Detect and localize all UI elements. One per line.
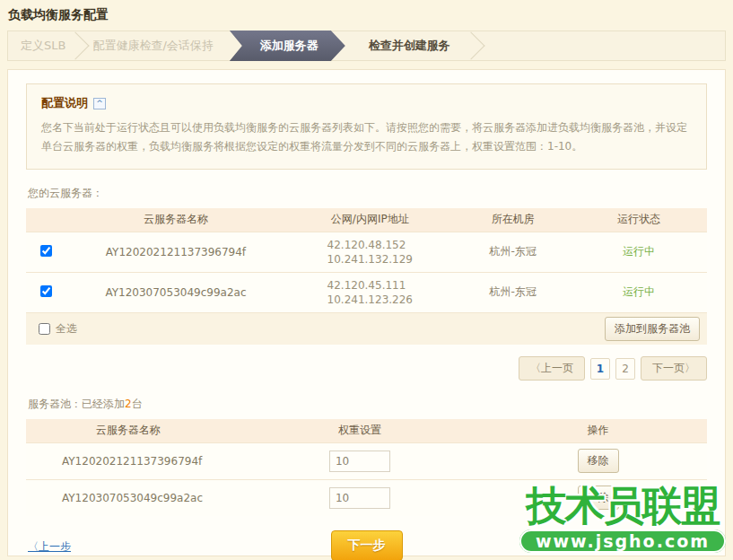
pool-table-header: 云服务器名称 权重设置 操作 <box>26 419 707 442</box>
watermark-url: www.jsgho.com <box>519 529 726 553</box>
server-ips: 42.120.48.152 10.241.132.129 <box>327 238 413 267</box>
server-name: AY120307053049c99a2ac <box>67 272 285 312</box>
server-status: 运行中 <box>571 272 707 312</box>
remove-button[interactable]: 移除 <box>578 449 619 473</box>
servers-table: 云服务器名称 公网/内网IP地址 所在机房 运行状态 AY12020212113… <box>26 208 707 345</box>
collapse-icon[interactable]: ^ <box>93 98 106 109</box>
chevron-right-icon <box>62 31 90 59</box>
step-health-check: 配置健康检查/会话保持 <box>80 38 225 54</box>
select-all-checkbox[interactable] <box>39 323 50 335</box>
select-all-label: 全选 <box>56 321 77 337</box>
col-action: 操作 <box>489 419 707 442</box>
prev-page-button[interactable]: 〈上一页 <box>519 356 585 381</box>
col-status: 运行状态 <box>571 208 707 232</box>
server-name: AY120202121137396794f <box>67 232 285 272</box>
pagination: 〈上一页 1 2 下一页〉 <box>26 356 707 381</box>
notice-title: 配置说明 <box>41 95 88 111</box>
server-row-checkbox[interactable] <box>40 245 52 257</box>
watermark-title: 技术员联盟 <box>519 485 726 528</box>
notice-body: 您名下当前处于运行状态且可以使用负载均衡服务的云服务器列表如下。请按照您的需要，… <box>41 118 692 156</box>
col-ip: 公网/内网IP地址 <box>284 208 455 232</box>
weight-input[interactable] <box>329 487 390 509</box>
weight-input[interactable] <box>329 451 390 472</box>
col-server-name: 云服务器名称 <box>67 208 285 232</box>
pool-count: 2 <box>125 398 132 410</box>
col-pool-server-name: 云服务器名称 <box>26 419 231 442</box>
page-number-1[interactable]: 1 <box>590 358 610 380</box>
servers-table-header: 云服务器名称 公网/内网IP地址 所在机房 运行状态 <box>26 208 707 232</box>
col-datacenter: 所在机房 <box>455 208 571 232</box>
next-page-button[interactable]: 下一页〉 <box>641 356 707 381</box>
step-add-server-active: 添加服务器 <box>230 31 345 61</box>
notice-box: 配置说明 ^ 您名下当前处于运行状态且可以使用负载均衡服务的云服务器列表如下。请… <box>26 83 707 170</box>
pool-server-name: AY120202121137396794f <box>26 442 231 479</box>
pool-server-name: AY120307053049c99a2ac <box>26 479 231 516</box>
server-ips: 42.120.45.111 10.241.123.226 <box>327 278 413 307</box>
page-number-2[interactable]: 2 <box>615 358 635 380</box>
server-row: AY120307053049c99a2ac 42.120.45.111 10.2… <box>26 272 707 312</box>
add-to-pool-button[interactable]: 添加到服务器池 <box>605 317 700 341</box>
server-status: 运行中 <box>571 232 707 272</box>
pool-row: AY120202121137396794f 移除 <box>26 442 707 479</box>
back-step-link[interactable]: 〈上一步 <box>28 539 71 555</box>
wizard-steps-bar: 定义SLB 配置健康检查/会话保持 添加服务器 检查并创建服务 <box>7 31 726 61</box>
select-all[interactable]: 全选 <box>39 321 77 337</box>
pool-section-label: 服务器池：已经添加2台 <box>28 397 707 412</box>
step-review-create: 检查并创建服务 <box>345 38 474 54</box>
server-row: AY120202121137396794f 42.120.48.152 10.2… <box>26 232 707 272</box>
public-ip: 42.120.45.111 <box>327 279 406 292</box>
private-ip: 10.241.123.226 <box>327 293 413 306</box>
server-datacenter: 杭州-东冠 <box>455 272 571 312</box>
server-datacenter: 杭州-东冠 <box>455 232 571 272</box>
next-step-button[interactable]: 下一步 <box>331 530 403 560</box>
server-row-checkbox[interactable] <box>40 285 52 297</box>
col-weight: 权重设置 <box>231 419 489 442</box>
watermark-logo: 技术员联盟 www.jsgho.com <box>519 485 726 553</box>
public-ip: 42.120.48.152 <box>327 239 406 251</box>
private-ip: 10.241.132.129 <box>327 253 413 266</box>
chevron-right-icon <box>457 31 484 59</box>
page-title: 负载均衡服务配置 <box>0 0 733 31</box>
servers-section-label: 您的云服务器： <box>28 186 707 201</box>
